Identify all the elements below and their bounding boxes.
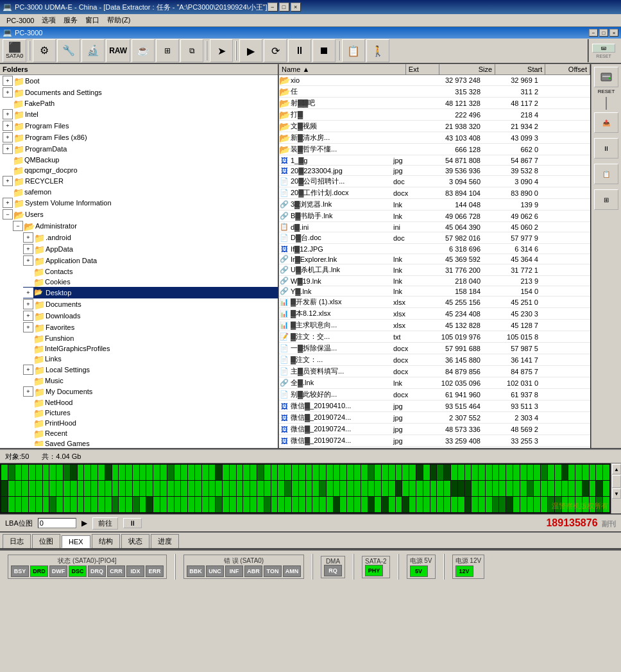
expand-appdata[interactable]: + [23,244,33,254]
clipboard-button[interactable]: 📋 [342,39,365,62]
file-row[interactable]: 📂 xio 32 973 248 32 969 1 [279,75,590,86]
tree-item-qmbackup[interactable]: 📁 QMBackup [3,155,278,165]
tree-item-sysvolinfo[interactable]: + 📁 System Volume Information [3,197,278,209]
tree-item-safemon[interactable]: 📁 safemon [3,187,278,197]
tree-item-android[interactable]: + 📁 .android [23,232,278,243]
row-check[interactable]: 📄 [279,356,289,364]
row-check[interactable]: 🖼 [279,167,289,175]
expand-intel[interactable]: + [3,109,13,119]
col-ext-header[interactable]: Ext [406,64,440,74]
row-check[interactable]: 🔗 [279,287,289,295]
file-row[interactable]: 📄 一▓拆除保温... docx 57 991 688 57 987 5 [279,343,590,354]
row-check[interactable]: 📂 [279,110,289,120]
scroll-track[interactable] [611,475,621,488]
tree-item-saved-games[interactable]: 📁 Saved Games [23,438,278,446]
row-check[interactable]: 📄 [279,189,289,197]
raw-button[interactable]: RAW [106,39,130,62]
col-offset-header[interactable]: Offset [545,64,590,74]
copy-button[interactable]: ⧉ [180,39,203,62]
walk-button[interactable]: 🚶 [366,39,389,62]
tab-status[interactable]: 状态 [121,534,149,548]
tree-item-desktop[interactable]: + 📂 Desktop [23,287,278,298]
file-row[interactable]: 🖼 1_▓g jpg 54 871 808 54 867 7 [279,155,590,166]
lba-goto-btn[interactable]: 前往 [92,517,118,530]
tree-item-intel[interactable]: + 📁 Intel [3,108,278,120]
file-row[interactable]: 🖼 微信▓_20190724... jpg 94 537 080 94 532 … [279,447,590,448]
expand-my-docs[interactable]: + [23,386,33,397]
expand-favorites[interactable]: + [23,322,33,332]
row-check[interactable]: 🔗 [279,212,289,220]
tree-item-users[interactable]: − 📂 Users [3,209,278,220]
file-row[interactable]: 📂 射▓▓吧 48 121 328 48 117 2 [279,98,590,109]
file-row[interactable]: 🖼 微信▓_20190724... jpg 48 573 336 48 569 … [279,424,590,435]
sub-minimize-button[interactable]: − [589,29,598,37]
tree-item-favorites[interactable]: + 📁 Favorites [23,322,278,333]
row-check[interactable]: 🖼 [279,426,289,433]
file-row[interactable]: 📂 任 315 328 311 2 [279,86,590,98]
row-check[interactable]: 🔗 [279,255,289,263]
file-row[interactable]: 📂 新▓清水房... 43 103 408 43 099 3 [279,132,590,144]
right-top-btn[interactable]: 🖴 [592,44,615,53]
row-check[interactable]: 📂 [279,133,289,143]
row-check[interactable]: 📄 [279,390,289,399]
grid-button[interactable]: ⊞ [156,39,179,62]
file-row[interactable]: 📄 20▓工作计划.docx docx 83 894 104 83 890 0 [279,187,590,199]
sata-button[interactable]: ⬛ SATA0 [3,39,26,62]
scan-button[interactable]: 🔬 [81,39,105,62]
tree-item-progfiles86[interactable]: + 📁 Program Files (x86) [3,132,278,143]
file-row[interactable]: 📄 D▓台.doc doc 57 982 016 57 977 9 [279,232,590,244]
row-check[interactable]: 📊 [279,298,289,306]
tree-item-fakepath[interactable]: 📁 FakePath [3,98,278,108]
vis-scrollbar[interactable]: ▲ ▼ [611,463,621,513]
file-rows[interactable]: 📂 xio 32 973 248 32 969 1 📂 任 315 328 31… [279,75,590,448]
tab-log[interactable]: 日志 [3,534,31,548]
file-row[interactable]: 🔗 Y▓.lnk lnk 158 184 154 0 [279,286,590,297]
tree-item-documents[interactable]: + 📁 Documents [23,298,278,310]
menu-options[interactable]: 选项 [38,14,60,26]
row-check[interactable]: 🖼 [279,157,289,164]
panel-btn-3[interactable]: ⏸ [594,138,618,159]
row-check[interactable]: 📂 [279,75,289,85]
row-check[interactable]: 🖼 [279,414,289,422]
tree-item-local-settings[interactable]: + 📁 Local Settings [23,364,278,375]
tree-item-programdata[interactable]: + 📁 ProgramData [3,143,278,155]
menu-service[interactable]: 服务 [60,14,81,26]
expand-admin[interactable]: − [13,221,23,231]
expand-appdata2[interactable]: + [23,255,33,266]
play-button[interactable]: ▶ [239,39,262,62]
file-row[interactable]: 📄 ▓注文：... docx 36 145 880 36 141 7 [279,354,590,366]
close-button[interactable]: × [291,3,301,12]
panel-btn-5[interactable]: ⊞ [594,189,618,210]
tree-item-nethood[interactable]: 📁 NetHood [23,397,278,408]
tab-bitmap[interactable]: 位图 [32,534,60,548]
file-row[interactable]: 📂 文▓视频 21 938 320 21 934 2 [279,121,590,132]
file-row[interactable]: 📊 ▓主求职意向... xlsx 45 132 828 45 128 7 [279,320,590,331]
expand-users[interactable]: − [3,209,13,220]
minimize-button[interactable]: − [268,3,278,12]
tree-item-cookies[interactable]: 📁 Cookies [23,277,278,287]
expand-programdata[interactable]: + [3,144,13,154]
expand-boot[interactable]: + [3,76,13,86]
tree-item-links[interactable]: 📁 Links [23,354,278,364]
tree-item-intel-graphics[interactable]: 📁 IntelGraphicsProfiles [23,343,278,354]
tree-item-recent[interactable]: 📁 Recent [23,428,278,438]
row-check[interactable]: 📂 [279,144,289,155]
tree-item-pictures[interactable]: 📁 Pictures [23,408,278,418]
tree-item-funshion[interactable]: 📁 Funshion [23,333,278,343]
file-row[interactable]: 📄 主▓员资料填写... docx 84 879 856 84 875 7 [279,366,590,377]
col-size-header[interactable]: Size [439,64,495,74]
file-row[interactable]: 📂 打▓ 222 496 218 4 [279,109,590,121]
file-row[interactable]: 📊 ▓本8.12.xlsx xlsx 45 234 408 45 230 3 [279,308,590,320]
file-row[interactable]: 🔗 B▓书助手.lnk lnk 49 066 728 49 062 6 [279,211,590,222]
tree-item-docs-settings[interactable]: + 📁 Documents and Settings [3,87,278,98]
tab-hex[interactable]: HEX [62,535,90,548]
tab-structure[interactable]: 结构 [92,534,120,548]
col-start-header[interactable]: Start [495,64,545,74]
row-check[interactable]: 📂 [279,121,289,132]
tree-item-boot[interactable]: + 📁 Boot [3,75,278,87]
tree-item-appdata[interactable]: + 📁 AppData [23,243,278,255]
expand-android[interactable]: + [23,232,33,243]
menu-pc3000[interactable]: PC-3000 [3,15,38,26]
file-row[interactable]: 🖼 微信▓_20190724... jpg 2 307 552 2 303 4 [279,412,590,424]
file-row[interactable]: 🔗 W▓19.lnk lnk 218 040 213 9 [279,276,590,286]
